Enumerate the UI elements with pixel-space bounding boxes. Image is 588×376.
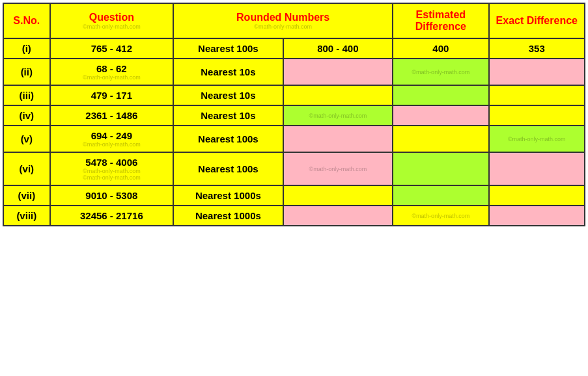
cell-nearest: Nearest 10s	[173, 85, 283, 105]
cell-rounded	[283, 85, 393, 105]
cell-question: 694 - 249©math-only-math.com	[50, 126, 174, 152]
cell-exact	[489, 105, 585, 126]
main-table: S.No. Question ©math-only-math.com Round…	[3, 3, 585, 226]
cell-estimated: ©math-only-math.com	[393, 59, 488, 85]
cell-rounded: ©math-only-math.com	[283, 152, 393, 185]
cell-rounded: ©math-only-math.com	[283, 105, 393, 126]
cell-exact	[489, 152, 585, 185]
cell-exact: 353	[489, 38, 585, 59]
cell-sno: (vi)	[3, 152, 50, 185]
cell-nearest: Nearest 10s	[173, 59, 283, 85]
cell-sno: (iii)	[3, 85, 50, 105]
header-sno: S.No.	[3, 3, 50, 38]
cell-rounded	[283, 59, 393, 85]
header-exact: Exact Difference	[489, 3, 585, 38]
cell-rounded: 800 - 400	[283, 38, 393, 59]
header-rounded: Rounded Numbers ©math-only-math.com	[173, 3, 393, 38]
table-row: (i)765 - 412Nearest 100s800 - 400400353	[3, 38, 585, 59]
cell-estimated	[393, 185, 488, 206]
table-wrapper: S.No. Question ©math-only-math.com Round…	[3, 3, 585, 226]
cell-exact	[489, 206, 585, 226]
cell-rounded	[283, 206, 393, 226]
cell-estimated	[393, 152, 488, 185]
table-row: (ii)68 - 62©math-only-math.comNearest 10…	[3, 59, 585, 85]
cell-nearest: Nearest 1000s	[173, 206, 283, 226]
cell-question: 765 - 412	[50, 38, 174, 59]
table-row: (vi)5478 - 4006©math-only-math.com©math-…	[3, 152, 585, 185]
table-row: (v)694 - 249©math-only-math.comNearest 1…	[3, 126, 585, 152]
cell-sno: (vii)	[3, 185, 50, 206]
cell-estimated	[393, 105, 488, 126]
cell-exact	[489, 185, 585, 206]
cell-question: 5478 - 4006©math-only-math.com©math-only…	[50, 152, 174, 185]
cell-nearest: Nearest 100s	[173, 126, 283, 152]
cell-exact: ©math-only-math.com	[489, 126, 585, 152]
cell-nearest: Nearest 10s	[173, 105, 283, 126]
cell-sno: (ii)	[3, 59, 50, 85]
cell-estimated: ©math-only-math.com	[393, 206, 488, 226]
cell-question: 479 - 171	[50, 85, 174, 105]
cell-estimated	[393, 85, 488, 105]
cell-sno: (i)	[3, 38, 50, 59]
header-estimated: Estimated Difference	[393, 3, 488, 38]
cell-nearest: Nearest 1000s	[173, 185, 283, 206]
table-row: (vii)9010 - 5308Nearest 1000s	[3, 185, 585, 206]
cell-rounded	[283, 185, 393, 206]
cell-estimated	[393, 126, 488, 152]
cell-rounded	[283, 126, 393, 152]
cell-nearest: Nearest 100s	[173, 152, 283, 185]
cell-sno: (viii)	[3, 206, 50, 226]
cell-sno: (iv)	[3, 105, 50, 126]
cell-exact	[489, 85, 585, 105]
cell-question: 9010 - 5308	[50, 185, 174, 206]
table-row: (iv)2361 - 1486Nearest 10s©math-only-mat…	[3, 105, 585, 126]
cell-sno: (v)	[3, 126, 50, 152]
cell-estimated: 400	[393, 38, 488, 59]
cell-question: 2361 - 1486	[50, 105, 174, 126]
cell-question: 68 - 62©math-only-math.com	[50, 59, 174, 85]
header-row: S.No. Question ©math-only-math.com Round…	[3, 3, 585, 38]
cell-question: 32456 - 21716	[50, 206, 174, 226]
cell-nearest: Nearest 100s	[173, 38, 283, 59]
cell-exact	[489, 59, 585, 85]
table-row: (viii)32456 - 21716Nearest 1000s©math-on…	[3, 206, 585, 226]
table-row: (iii)479 - 171Nearest 10s	[3, 85, 585, 105]
header-question: Question ©math-only-math.com	[50, 3, 174, 38]
